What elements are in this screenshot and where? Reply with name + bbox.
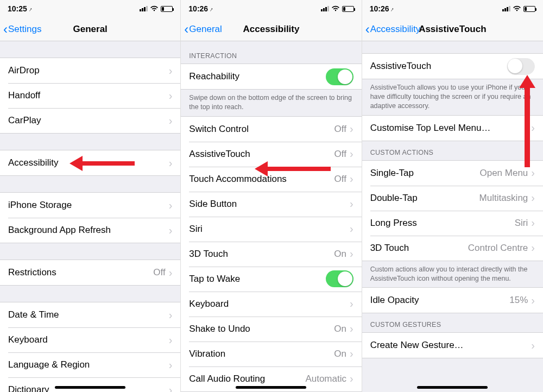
chevron-right-icon: › bbox=[350, 173, 353, 185]
row-long-press[interactable]: Long PressSiri› bbox=[362, 211, 543, 236]
row-tap-to-wake[interactable]: Tap to Wake bbox=[181, 267, 361, 292]
assistivetouch-toggle[interactable] bbox=[507, 58, 535, 75]
row-single-tap[interactable]: Single-TapOpen Menu› bbox=[362, 161, 543, 186]
back-label: Accessibility bbox=[370, 24, 421, 35]
row-3d-touch[interactable]: 3D TouchOn› bbox=[181, 242, 361, 267]
section-header-custom-gestures: CUSTOM GESTURES bbox=[362, 313, 543, 332]
chevron-left-icon: ‹ bbox=[3, 23, 8, 36]
chevron-right-icon: › bbox=[350, 198, 353, 210]
status-time: 10:26 bbox=[188, 4, 208, 13]
chevron-right-icon: › bbox=[169, 309, 173, 321]
row-assistivetouch-toggle[interactable]: AssistiveTouch bbox=[362, 54, 543, 79]
chevron-right-icon: › bbox=[169, 224, 173, 237]
chevron-right-icon: › bbox=[531, 339, 535, 352]
signal-icon bbox=[502, 6, 510, 11]
chevron-right-icon: › bbox=[531, 242, 535, 254]
row-handoff[interactable]: Handoff› bbox=[0, 83, 180, 108]
custom-actions-footer: Custom actions allow you to interact dir… bbox=[362, 261, 543, 288]
chevron-right-icon: › bbox=[350, 123, 353, 135]
row-side-button[interactable]: Side Button› bbox=[181, 192, 361, 217]
row-siri[interactable]: Siri› bbox=[181, 217, 361, 242]
chevron-right-icon: › bbox=[531, 122, 535, 134]
row-keyboard[interactable]: Keyboard› bbox=[181, 292, 361, 317]
row-3d-touch-action[interactable]: 3D TouchControl Centre› bbox=[362, 236, 543, 261]
back-button[interactable]: ‹ General bbox=[184, 23, 222, 36]
back-label: Settings bbox=[8, 24, 41, 35]
row-customise-menu[interactable]: Customise Top Level Menu…› bbox=[362, 116, 543, 141]
chevron-left-icon: ‹ bbox=[365, 23, 370, 36]
section-header-custom-actions: CUSTOM ACTIONS bbox=[362, 141, 543, 160]
chevron-left-icon: ‹ bbox=[184, 23, 188, 36]
panel-general: 10:25 ‹ Settings General AirDrop› Handof… bbox=[0, 0, 181, 392]
reachability-toggle[interactable] bbox=[326, 68, 353, 85]
row-iphone-storage[interactable]: iPhone Storage› bbox=[0, 193, 180, 218]
row-touch-accommodations[interactable]: Touch AccommodationsOff› bbox=[181, 167, 361, 192]
battery-icon bbox=[523, 6, 535, 12]
location-icon bbox=[391, 4, 394, 13]
nav-bar: ‹ General Accessibility bbox=[181, 17, 361, 41]
panel-assistivetouch: 10:26 ‹ Accessibility AssistiveTouch Ass… bbox=[362, 0, 543, 392]
chevron-right-icon: › bbox=[350, 248, 353, 260]
status-bar: 10:25 bbox=[0, 0, 180, 17]
row-reachability[interactable]: Reachability bbox=[181, 64, 361, 89]
panel-accessibility: 10:26 ‹ General Accessibility INTERACTIO… bbox=[181, 0, 362, 392]
wifi-icon bbox=[331, 5, 340, 12]
row-accessibility[interactable]: Accessibility› bbox=[0, 150, 180, 175]
chevron-right-icon: › bbox=[531, 167, 535, 179]
row-date-time[interactable]: Date & Time› bbox=[0, 302, 180, 327]
location-icon bbox=[29, 4, 33, 13]
nav-bar: ‹ Accessibility AssistiveTouch bbox=[362, 17, 543, 41]
chevron-right-icon: › bbox=[531, 217, 535, 229]
status-time: 10:25 bbox=[8, 4, 27, 13]
row-carplay[interactable]: CarPlay› bbox=[0, 108, 180, 133]
row-switch-control[interactable]: Switch ControlOff› bbox=[181, 117, 361, 142]
row-vibration[interactable]: VibrationOn› bbox=[181, 342, 361, 366]
status-time: 10:26 bbox=[370, 4, 389, 13]
row-keyboard[interactable]: Keyboard› bbox=[0, 327, 180, 352]
row-airdrop[interactable]: AirDrop› bbox=[0, 58, 180, 83]
chevron-right-icon: › bbox=[350, 323, 353, 335]
back-button[interactable]: ‹ Accessibility bbox=[365, 23, 421, 36]
battery-icon bbox=[342, 6, 354, 12]
chevron-right-icon: › bbox=[350, 347, 353, 360]
assistivetouch-footer: AssistiveTouch allows you to use your iP… bbox=[362, 79, 543, 115]
signal-icon bbox=[321, 6, 329, 11]
signal-icon bbox=[140, 6, 148, 11]
row-create-new-gesture[interactable]: Create New Gesture…› bbox=[362, 333, 543, 358]
chevron-right-icon: › bbox=[169, 115, 173, 127]
chevron-right-icon: › bbox=[350, 223, 353, 235]
home-indicator bbox=[55, 386, 125, 389]
row-assistivetouch[interactable]: AssistiveTouchOff› bbox=[181, 142, 361, 167]
chevron-right-icon: › bbox=[169, 267, 173, 279]
tap-to-wake-toggle[interactable] bbox=[326, 270, 353, 287]
chevron-right-icon: › bbox=[169, 65, 173, 77]
nav-bar: ‹ Settings General bbox=[0, 17, 180, 41]
wifi-icon bbox=[513, 5, 521, 12]
chevron-right-icon: › bbox=[350, 298, 353, 310]
row-shake-to-undo[interactable]: Shake to UndoOn› bbox=[181, 317, 361, 342]
row-background-refresh[interactable]: Background App Refresh› bbox=[0, 218, 180, 243]
chevron-right-icon: › bbox=[350, 372, 353, 385]
battery-icon bbox=[161, 6, 173, 12]
location-icon bbox=[210, 4, 213, 13]
chevron-right-icon: › bbox=[169, 157, 173, 169]
status-bar: 10:26 bbox=[362, 0, 543, 17]
row-language-region[interactable]: Language & Region› bbox=[0, 352, 180, 377]
chevron-right-icon: › bbox=[169, 199, 173, 212]
home-indicator bbox=[417, 386, 488, 389]
section-header-interaction: INTERACTION bbox=[181, 41, 361, 64]
row-double-tap[interactable]: Double-TapMultitasking› bbox=[362, 186, 543, 211]
wifi-icon bbox=[150, 5, 159, 12]
chevron-right-icon: › bbox=[350, 148, 353, 160]
chevron-right-icon: › bbox=[531, 192, 535, 204]
row-dictionary[interactable]: Dictionary› bbox=[0, 377, 180, 392]
back-button[interactable]: ‹ Settings bbox=[3, 23, 41, 36]
status-bar: 10:26 bbox=[181, 0, 361, 17]
row-restrictions[interactable]: RestrictionsOff› bbox=[0, 260, 180, 285]
chevron-right-icon: › bbox=[169, 90, 173, 102]
row-idle-opacity[interactable]: Idle Opacity15%› bbox=[362, 288, 543, 313]
chevron-right-icon: › bbox=[169, 334, 173, 346]
chevron-right-icon: › bbox=[169, 359, 173, 371]
back-label: General bbox=[189, 24, 222, 35]
home-indicator bbox=[236, 386, 306, 389]
